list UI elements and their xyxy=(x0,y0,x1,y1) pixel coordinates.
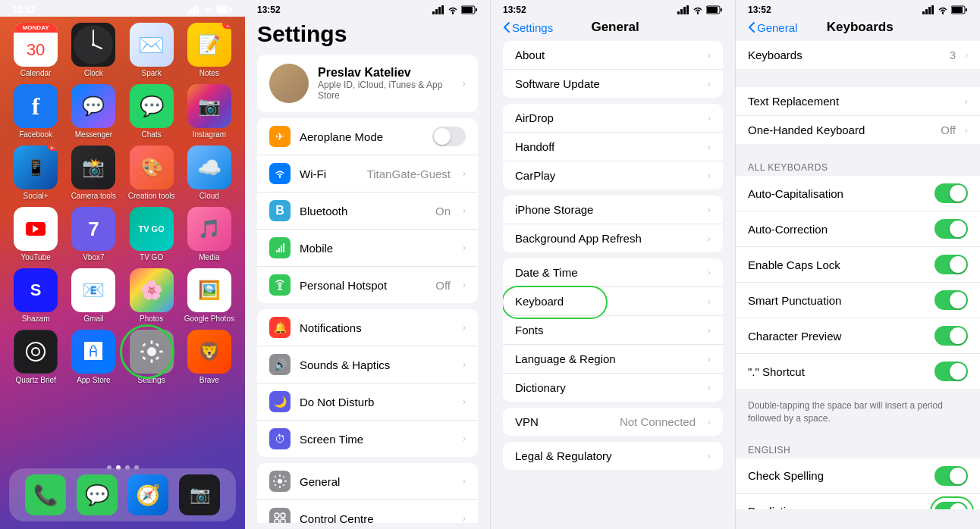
row-general[interactable]: General › xyxy=(257,463,478,500)
row-software-update[interactable]: Software Update › xyxy=(503,70,723,98)
svg-point-13 xyxy=(32,348,39,355)
svg-rect-42 xyxy=(275,476,277,478)
smart-punct-toggle[interactable] xyxy=(934,290,968,310)
app-instagram[interactable]: 📷 Instagram xyxy=(183,84,236,139)
app-settings-label: Settings xyxy=(138,376,165,385)
general-back-button[interactable]: Settings xyxy=(503,21,553,34)
app-facebook[interactable]: f Facebook xyxy=(9,84,62,139)
row-char-preview[interactable]: Character Preview xyxy=(736,318,980,354)
dock-phone[interactable]: 📞 xyxy=(25,474,66,515)
app-media[interactable]: 🎵 Media xyxy=(183,207,236,262)
row-smart-punct[interactable]: Smart Punctuation xyxy=(736,283,980,318)
row-notifications[interactable]: 🔔 Notifications › xyxy=(257,309,478,346)
row-sounds[interactable]: 🔊 Sounds & Haptics › xyxy=(257,346,478,383)
settings-status-bar: 13:52 xyxy=(245,0,490,17)
caps-lock-toggle[interactable] xyxy=(934,255,968,274)
svg-rect-44 xyxy=(283,476,285,478)
general-section-6: Legal & Regulatory › xyxy=(503,442,723,470)
predictive-toggle[interactable] xyxy=(934,502,968,509)
app-youtube[interactable]: YouTube xyxy=(9,207,62,262)
svg-rect-67 xyxy=(707,7,718,13)
row-carplay[interactable]: CarPlay › xyxy=(503,161,723,189)
row-keyboards-count[interactable]: Keyboards 3 › xyxy=(736,41,980,69)
app-chats[interactable]: 💬 Chats xyxy=(125,84,178,139)
app-cameratools[interactable]: 📸 Camera tools xyxy=(67,146,120,201)
app-vbox7[interactable]: 7 Vbox7 xyxy=(67,207,120,262)
row-iphone-storage[interactable]: iPhone Storage › xyxy=(503,196,723,224)
row-date-time[interactable]: Date & Time › xyxy=(503,258,723,287)
settings-profile-row[interactable]: Preslav Kateliev Apple ID, iCloud, iTune… xyxy=(257,55,478,112)
app-clock[interactable]: Clock xyxy=(67,23,120,78)
app-appstore[interactable]: 🅰 App Store xyxy=(67,330,120,385)
row-predictive[interactable]: Predictive xyxy=(736,494,980,509)
app-brave[interactable]: 🦁 Brave xyxy=(183,330,236,385)
dock-camera[interactable]: 📷 xyxy=(179,474,220,515)
row-vpn[interactable]: VPN Not Connected › xyxy=(503,408,723,436)
row-language-region[interactable]: Language & Region › xyxy=(503,345,723,374)
general-status-icons xyxy=(677,5,723,14)
row-notifications-chevron: › xyxy=(463,322,466,333)
char-preview-toggle[interactable] xyxy=(934,326,968,346)
row-one-handed[interactable]: One-Handed Keyboard Off › xyxy=(736,116,980,144)
app-notes[interactable]: 📝 1 Notes xyxy=(183,23,236,78)
keyboards-status-icons xyxy=(922,5,968,14)
auto-cap-label: Auto-Capitalisation xyxy=(748,187,928,200)
general-title: General xyxy=(591,20,639,35)
dock-messages[interactable]: 💬 xyxy=(77,474,118,515)
app-settings-home[interactable]: Settings xyxy=(125,330,178,385)
row-wifi[interactable]: Wi-Fi TitanGate-Guest › xyxy=(257,155,478,193)
caps-lock-label: Enable Caps Lock xyxy=(748,258,928,271)
svg-rect-72 xyxy=(931,5,934,14)
row-auto-correct[interactable]: Auto-Correction xyxy=(736,211,980,247)
row-caps-lock[interactable]: Enable Caps Lock xyxy=(736,247,980,283)
row-background-refresh[interactable]: Background App Refresh › xyxy=(503,224,723,252)
svg-rect-49 xyxy=(281,519,285,523)
row-keyboard[interactable]: Keyboard › xyxy=(503,287,723,316)
row-screentime[interactable]: ⏱ Screen Time › xyxy=(257,421,478,457)
auto-cap-toggle[interactable] xyxy=(934,183,968,203)
row-hotspot[interactable]: Personal Hotspot Off › xyxy=(257,267,478,303)
keyboards-back-button[interactable]: General xyxy=(748,21,797,34)
row-about[interactable]: About › xyxy=(503,41,723,70)
row-controlcentre[interactable]: Control Centre › xyxy=(257,500,478,523)
svg-rect-68 xyxy=(721,8,722,11)
app-instagram-label: Instagram xyxy=(193,130,226,139)
row-legal[interactable]: Legal & Regulatory › xyxy=(503,442,723,470)
app-clock-label: Clock xyxy=(84,69,103,78)
row-mobile[interactable]: Mobile › xyxy=(257,230,478,267)
row-check-spelling[interactable]: Check Spelling xyxy=(736,459,980,494)
general-section-5: VPN Not Connected › xyxy=(503,408,723,436)
row-dictionary[interactable]: Dictionary › xyxy=(503,374,723,402)
dock-safari[interactable]: 🧭 xyxy=(127,474,168,515)
app-quartzbrief[interactable]: Quartz Brief xyxy=(9,330,62,385)
app-cloud[interactable]: ☁️ Cloud xyxy=(183,146,236,201)
app-creation[interactable]: 🎨 Creation tools xyxy=(125,146,178,201)
app-photos[interactable]: 🌸 Photos xyxy=(125,268,178,324)
profile-name: Preslav Kateliev xyxy=(318,66,453,80)
vpn-label: VPN xyxy=(515,415,611,428)
app-messenger[interactable]: 💬 Messenger xyxy=(67,84,120,139)
app-shazam[interactable]: S Shazam xyxy=(9,268,62,324)
check-spelling-toggle[interactable] xyxy=(934,466,968,486)
app-spark[interactable]: ✉️ Spark xyxy=(125,23,178,78)
row-bluetooth[interactable]: B Bluetooth On › xyxy=(257,193,478,230)
row-airdrop[interactable]: AirDrop › xyxy=(503,104,723,133)
row-dnd[interactable]: 🌙 Do Not Disturb › xyxy=(257,383,478,421)
app-calendar[interactable]: MONDAY 30 Calendar xyxy=(9,23,62,78)
app-socialplus[interactable]: 📱 167 Social+ xyxy=(9,146,62,201)
row-fonts[interactable]: Fonts › xyxy=(503,316,723,345)
app-gmail[interactable]: 📧 Gmail xyxy=(67,268,120,324)
auto-correct-toggle[interactable] xyxy=(934,219,968,239)
row-handoff[interactable]: Handoff › xyxy=(503,133,723,161)
general-nav-bar: Settings General xyxy=(491,17,735,41)
row-period-shortcut[interactable]: "." Shortcut xyxy=(736,354,980,389)
row-text-replacement[interactable]: Text Replacement › xyxy=(736,87,980,116)
row-auto-cap[interactable]: Auto-Capitalisation xyxy=(736,176,980,211)
app-gphotos[interactable]: 🖼️ Google Photos xyxy=(183,268,236,324)
settings-section-3: General › Control Centre › Display & Bri… xyxy=(257,463,478,523)
svg-rect-32 xyxy=(281,246,282,252)
app-tvgo[interactable]: TV GO TV GO xyxy=(125,207,178,262)
row-aeroplane[interactable]: ✈ Aeroplane Mode xyxy=(257,118,478,155)
period-shortcut-toggle[interactable] xyxy=(934,362,968,381)
aeroplane-toggle[interactable] xyxy=(432,127,466,146)
